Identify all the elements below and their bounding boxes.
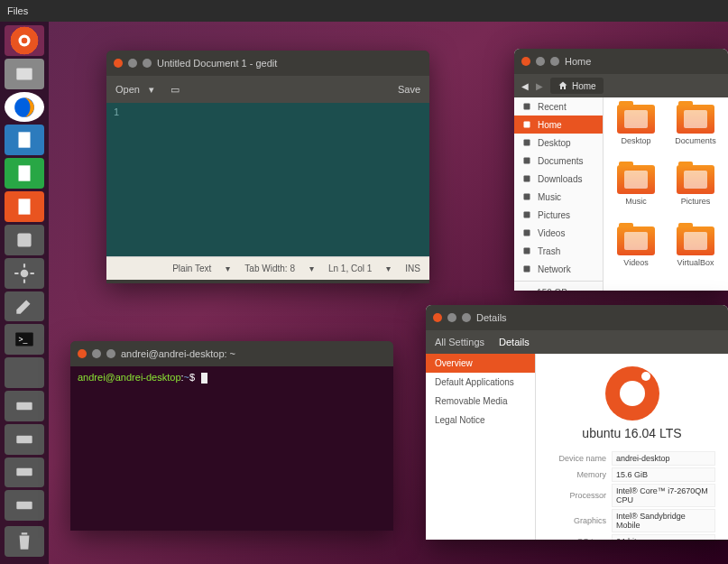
sidebar-item-network[interactable]: Network [514,260,603,278]
tab-width-selector[interactable]: Tab Width: 8 [244,264,295,273]
svg-rect-20 [524,194,530,200]
sidebar-item-videos[interactable]: Videos [514,224,603,242]
folder-label: Music [609,197,663,206]
maximize-icon[interactable] [550,57,559,66]
sidebar-item-label: Pictures [538,210,570,220]
details-window[interactable]: Details All Settings Details OverviewDef… [426,305,728,540]
gedit-editor[interactable]: 1 [106,103,429,256]
svg-rect-24 [524,266,530,273]
details-side-item[interactable]: Legal Notice [426,411,535,430]
sidebar-item-recent[interactable]: Recent [514,97,603,116]
terminal-window[interactable]: andrei@andrei-desktop: ~ andrei@andrei-d… [70,341,393,531]
drive1-launcher-icon[interactable] [5,391,44,421]
maximize-icon[interactable] [462,313,471,322]
details-pathbar: All Settings Details [426,330,728,354]
table-row: GraphicsIntel® Sandybridge Mobile [548,509,715,532]
gedit-window[interactable]: Untitled Document 1 - gedit Open ▾ ▭ Sav… [106,51,429,283]
minimize-icon[interactable] [128,59,137,68]
close-icon[interactable] [433,313,442,322]
gedit-titlebar[interactable]: Untitled Document 1 - gedit [106,51,429,76]
close-icon[interactable] [114,59,123,68]
folder-music[interactable]: Music [609,165,663,222]
top-menubar: Files [0,0,728,22]
ubuntu-logo-icon [605,366,659,421]
cursor-position: Ln 1, Col 1 [328,264,372,273]
forward-icon[interactable]: ▶ [536,81,543,91]
details-titlebar[interactable]: Details [426,305,728,330]
impress-launcher-icon[interactable] [5,191,44,222]
svg-rect-16 [524,122,530,128]
minimize-icon[interactable] [447,313,456,322]
drive4-launcher-icon[interactable] [5,490,44,521]
files-window[interactable]: Home ◀ ▶ Home RecentHomeDesktopDocuments… [514,49,728,291]
sidebar-item-trash[interactable]: Trash [514,242,603,260]
chevron-down-icon[interactable]: ▾ [149,84,154,96]
minimize-icon[interactable] [536,57,545,66]
software-launcher-icon[interactable] [5,225,44,255]
terminal-body[interactable]: andrei@andrei-desktop:~$ [70,366,393,531]
gedit-statusbar: Plain Text▾ Tab Width: 8▾ Ln 1, Col 1▾ I… [106,256,429,280]
breadcrumb-home[interactable]: Home [550,78,604,94]
app-launcher-icon[interactable] [5,357,44,388]
gedit-toolbar: Open ▾ ▭ Save [106,76,429,103]
dash-icon[interactable] [5,25,44,56]
folder-icon [677,105,714,134]
drive2-launcher-icon[interactable] [5,424,44,455]
maximize-icon[interactable] [143,59,152,68]
sidebar-item-music[interactable]: Music [514,188,603,206]
firefox-launcher-icon[interactable] [5,92,44,123]
folder-virtualbox[interactable]: VirtualBox [668,227,723,283]
close-icon[interactable] [78,349,87,358]
gedit-title: Untitled Document 1 - gedit [157,58,277,69]
details-crumb: Details [499,337,530,347]
sidebar-item-pictures[interactable]: Pictures [514,206,603,224]
minimize-icon[interactable] [92,349,101,358]
calc-launcher-icon[interactable] [5,158,44,189]
new-tab-icon[interactable]: ▭ [170,84,180,96]
clock-icon [521,101,532,112]
writer-launcher-icon[interactable] [5,125,44,155]
sidebar-item-label: Downloads [538,174,582,184]
terminal-titlebar[interactable]: andrei@andrei-desktop: ~ [70,341,393,366]
details-side-item[interactable]: Removable Media [426,392,535,411]
settings-launcher-icon[interactable] [5,258,44,289]
svg-rect-6 [19,199,31,214]
notes-launcher-icon[interactable] [5,291,44,322]
syntax-selector[interactable]: Plain Text [172,264,211,273]
details-side-item[interactable]: Default Applications [426,373,535,392]
sidebar-item-documents[interactable]: Documents [514,152,603,170]
home-icon [558,80,568,91]
chevron-down-icon[interactable]: ▾ [386,264,391,273]
files-launcher-icon[interactable] [5,59,44,89]
chevron-down-icon[interactable]: ▾ [226,264,230,273]
trash-launcher-icon[interactable] [5,526,44,557]
svg-rect-11 [16,402,32,411]
terminal-launcher-icon[interactable]: >_ [5,324,44,355]
chevron-down-icon[interactable]: ▾ [309,264,314,273]
sidebar-item-label: Videos [538,228,565,238]
sidebar-item-home[interactable]: Home [514,116,603,134]
folder-videos[interactable]: Videos [609,227,663,283]
all-settings-button[interactable]: All Settings [435,337,484,347]
sidebar-device[interactable]: 150 GB Volume [514,284,603,291]
sidebar-item-desktop[interactable]: Desktop [514,134,603,152]
details-sidebar: OverviewDefault ApplicationsRemovable Me… [426,354,536,540]
folder-documents[interactable]: Documents [668,105,723,162]
open-button[interactable]: Open [115,84,140,95]
sidebar-item-downloads[interactable]: Downloads [514,170,603,188]
folder-desktop[interactable]: Desktop [609,105,663,162]
svg-rect-14 [16,502,32,510]
files-grid[interactable]: DesktopDocumentsMusicPicturesVideosVirtu… [604,97,728,291]
details-side-item[interactable]: Overview [426,354,535,373]
drive3-launcher-icon[interactable] [5,458,44,488]
save-button[interactable]: Save [398,84,420,95]
detail-value: 15.6 GiB [612,467,715,482]
close-icon[interactable] [521,57,530,66]
folder-icon [617,105,655,134]
insert-mode[interactable]: INS [405,264,420,273]
folder-pictures[interactable]: Pictures [668,165,723,222]
back-icon[interactable]: ◀ [521,81,529,91]
maximize-icon[interactable] [106,349,115,358]
table-row: Memory15.6 GiB [548,467,715,482]
files-titlebar[interactable]: Home [514,49,728,74]
